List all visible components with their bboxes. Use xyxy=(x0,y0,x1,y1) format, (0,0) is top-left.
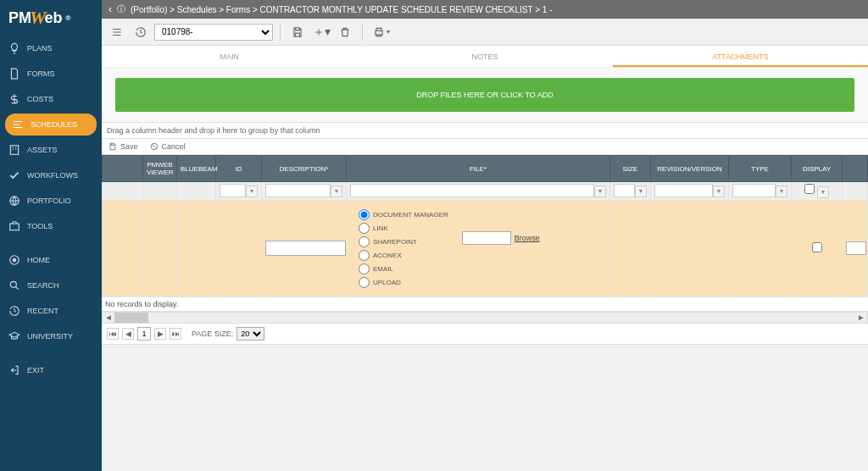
browse-group: Browse xyxy=(462,231,540,245)
pager-prev-icon[interactable]: ◀ xyxy=(122,328,134,340)
nav-label: ASSETS xyxy=(27,146,58,154)
print-icon[interactable]: ▾ xyxy=(370,22,393,42)
grid-save-button[interactable]: Save xyxy=(108,142,138,151)
tab-notes[interactable]: NOTES xyxy=(357,46,612,67)
sidebar-item-exit[interactable]: EXIT xyxy=(0,357,102,383)
svg-rect-2 xyxy=(10,224,19,230)
col-blank[interactable] xyxy=(103,156,143,182)
nav-label: COSTS xyxy=(27,95,53,103)
filter-size[interactable] xyxy=(614,184,635,197)
sidebar-item-costs[interactable]: COSTS xyxy=(0,86,102,112)
col-display[interactable]: DISPLAY xyxy=(792,156,843,182)
building-icon xyxy=(8,144,20,156)
scroll-left-icon[interactable]: ◄ xyxy=(103,313,114,323)
sort-icon[interactable]: ▾ xyxy=(635,186,647,197)
empty-area xyxy=(102,345,868,472)
exit-icon xyxy=(8,364,20,376)
filter-revision[interactable] xyxy=(654,184,713,197)
col-description[interactable]: DESCRIPTION* xyxy=(262,156,347,182)
filter-row: ▾ ▾ ▾ ▾ ▾ ▾ ▾ xyxy=(103,182,868,201)
nav-label: EXIT xyxy=(27,366,44,374)
content-area: MAIN NOTES ATTACHMENTS DROP FILES HERE O… xyxy=(102,46,868,471)
horizontal-scrollbar[interactable]: ◄ ► xyxy=(102,312,868,324)
sidebar-item-home[interactable]: HOME xyxy=(0,247,102,273)
main-panel: ‹ ⓘ (Portfolio) > Schedules > Forms > CO… xyxy=(102,0,868,471)
history-icon[interactable] xyxy=(131,22,151,42)
file-source-options: DOCUMENT MANAGER LINK SHAREPOINT ACONEX … xyxy=(350,209,448,288)
form-toolbar: 010798- ＋▾ ▾ xyxy=(102,19,868,46)
sidebar-item-tools[interactable]: TOOLS xyxy=(0,213,102,239)
sort-icon[interactable]: ▾ xyxy=(246,186,258,197)
sidebar-item-university[interactable]: UNIVERSITY xyxy=(0,324,102,349)
col-pmweb-viewer[interactable]: PMWEB VIEWER xyxy=(143,156,177,182)
page-size-select[interactable]: 20 xyxy=(236,327,264,341)
opt-sharepoint[interactable]: SHAREPOINT xyxy=(359,236,448,247)
sidebar: PMWeb® PLANS FORMS COSTS SCHEDULES ASSET… xyxy=(0,0,102,471)
page-size-label: PAGE SIZE: xyxy=(192,330,233,338)
tab-main[interactable]: MAIN xyxy=(102,46,357,67)
add-icon[interactable]: ＋▾ xyxy=(311,22,331,42)
filter-id[interactable] xyxy=(220,184,246,197)
opt-aconex[interactable]: ACONEX xyxy=(359,250,448,261)
delete-icon[interactable] xyxy=(335,22,355,42)
col-bluebeam[interactable]: BLUEBEAM xyxy=(177,156,216,182)
info-icon[interactable]: ⓘ xyxy=(117,3,125,15)
browse-link[interactable]: Browse xyxy=(515,234,540,242)
back-chevron-icon[interactable]: ‹ xyxy=(108,3,112,15)
filter-file[interactable] xyxy=(350,184,594,197)
sort-icon[interactable]: ▾ xyxy=(331,186,342,197)
file-dropzone[interactable]: DROP FILES HERE OR CLICK TO ADD xyxy=(115,78,854,112)
pager-last-icon[interactable]: ⏭ xyxy=(170,328,181,340)
pager-page-input[interactable] xyxy=(137,327,151,341)
pager: ⏮ ◀ ▶ ⏭ PAGE SIZE: 20 xyxy=(102,324,868,345)
sort-icon[interactable]: ▾ xyxy=(713,186,725,197)
sidebar-item-portfolio[interactable]: PORTFOLIO xyxy=(0,188,102,213)
scroll-right-icon[interactable]: ► xyxy=(855,313,867,323)
sidebar-item-plans[interactable]: PLANS xyxy=(0,36,102,61)
opt-document-manager[interactable]: DOCUMENT MANAGER xyxy=(359,209,448,220)
tab-attachments[interactable]: ATTACHMENTS xyxy=(613,46,868,67)
nav-label: TOOLS xyxy=(27,222,53,230)
description-input[interactable] xyxy=(265,241,346,256)
pager-first-icon[interactable]: ⏮ xyxy=(107,328,119,340)
save-icon[interactable] xyxy=(287,22,308,42)
attachments-grid: PMWEB VIEWER BLUEBEAM ID DESCRIPTION* FI… xyxy=(102,155,868,297)
trailing-input[interactable] xyxy=(846,241,866,255)
opt-email[interactable]: EMAIL xyxy=(359,263,448,274)
nav-label: RECENT xyxy=(27,307,58,315)
col-revision[interactable]: REVISION/VERSION xyxy=(651,156,729,182)
scroll-thumb[interactable] xyxy=(114,313,148,323)
filter-type[interactable] xyxy=(732,184,776,197)
sidebar-item-recent[interactable]: RECENT xyxy=(0,298,102,324)
list-view-icon[interactable] xyxy=(107,22,127,42)
no-records-label: No records to display. xyxy=(102,297,868,312)
col-trailing[interactable] xyxy=(843,156,868,182)
sort-icon[interactable]: ▾ xyxy=(594,186,606,197)
sidebar-item-schedules[interactable]: SCHEDULES xyxy=(5,114,97,136)
check-icon xyxy=(8,169,20,181)
col-id[interactable]: ID xyxy=(216,156,262,182)
col-size[interactable]: SIZE xyxy=(610,156,651,182)
sidebar-item-search[interactable]: SEARCH xyxy=(0,273,102,298)
sort-icon[interactable]: ▾ xyxy=(817,186,829,198)
sidebar-item-forms[interactable]: FORMS xyxy=(0,61,102,86)
sidebar-item-workflows[interactable]: WORKFLOWS xyxy=(0,163,102,188)
dollar-icon xyxy=(8,93,20,105)
nav-label: SEARCH xyxy=(27,281,59,290)
col-type[interactable]: TYPE xyxy=(729,156,792,182)
filter-description[interactable] xyxy=(265,184,331,197)
opt-upload[interactable]: UPLOAD xyxy=(359,277,448,288)
sidebar-item-assets[interactable]: ASSETS xyxy=(0,137,102,163)
record-select[interactable]: 010798- xyxy=(154,24,273,41)
filter-display-check[interactable] xyxy=(804,184,815,194)
file-path-input[interactable] xyxy=(462,231,511,245)
pager-next-icon[interactable]: ▶ xyxy=(154,328,166,340)
opt-link[interactable]: LINK xyxy=(359,223,448,234)
lightbulb-icon xyxy=(8,42,20,54)
group-by-bar[interactable]: Drag a column header and drop it here to… xyxy=(102,122,868,139)
col-file[interactable]: FILE* xyxy=(347,156,610,182)
grid-cancel-button[interactable]: Cancel xyxy=(150,142,186,151)
svg-point-4 xyxy=(13,258,16,262)
display-checkbox[interactable] xyxy=(812,242,822,252)
sort-icon[interactable]: ▾ xyxy=(776,186,787,197)
